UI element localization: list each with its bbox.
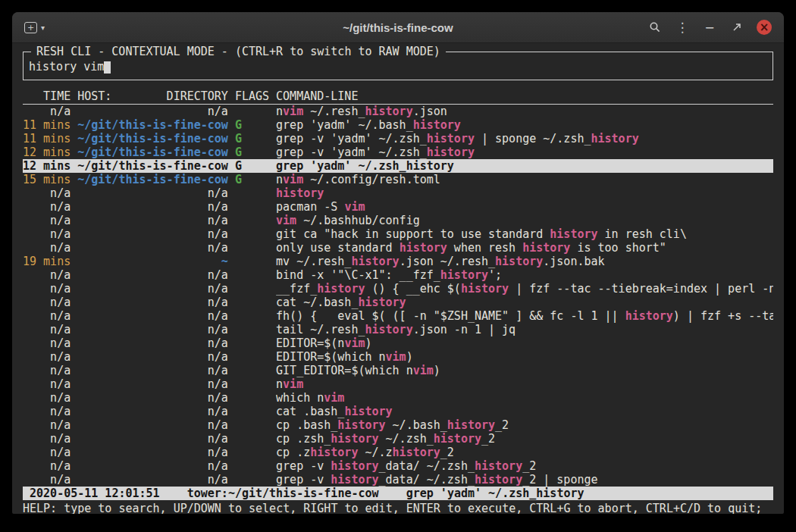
chevron-down-icon: ▾ [41,23,45,32]
row-flags [235,105,269,118]
history-row[interactable]: n/an/apacman -S vim [23,200,773,214]
row-host: n/a [77,227,228,241]
plus-glyph: + [27,23,34,32]
row-host: n/a [77,405,228,418]
history-row[interactable]: n/an/acp .zhistory ~/.zhistory_2 [23,446,773,459]
row-time: n/a [23,473,71,487]
row-time: n/a [23,432,71,446]
row-host: ~/git/this-is-fine-cow [77,159,228,173]
history-row[interactable]: 15 mins~/git/this-is-fine-cowGnvim ~/.co… [23,173,773,186]
row-flags [235,391,269,405]
row-command: grep -v 'yadm' ~/.zsh_history | sponge ~… [276,132,773,146]
history-row[interactable]: 12 mins~/git/this-is-fine-cowGgrep 'yadm… [23,159,773,173]
row-flags: G [235,132,269,146]
row-time: n/a [23,296,71,309]
row-command: cp .bash_history ~/.bash_history_2 [276,418,773,432]
status-location: tower:~/git/this-is-fine-cow [187,487,379,500]
row-flags [235,459,269,473]
new-tab-icon: + [24,22,37,33]
row-time: 12 mins [23,146,71,159]
history-row[interactable]: n/an/aonly use standard history when res… [23,241,773,255]
row-command: cp .zhistory ~/.zhistory_2 [276,446,773,459]
row-time: 11 mins [23,132,71,146]
history-row[interactable]: n/an/avim ~/.bashhub/config [23,214,773,227]
history-row[interactable]: 11 mins~/git/this-is-fine-cowGgrep 'yadm… [23,118,773,132]
row-flags [235,200,269,214]
history-row[interactable]: n/an/afh() { eval $( ([ -n "$ZSH_NAME" ]… [23,309,773,323]
history-row[interactable]: n/an/anvim ~/.resh_history.json [23,105,773,118]
minimize-button[interactable]: − [699,17,720,38]
history-row[interactable]: n/an/abind -x '"\C-x1": __fzf_history'; [23,268,773,282]
row-command: which nvim [276,391,773,405]
row-command: nvim ~/.resh_history.json [276,105,773,118]
row-host: n/a [77,296,228,309]
terminal-window: + ▾ ~/git/this-is-fine-cow ⋮ − [12,12,784,514]
row-flags [235,473,269,487]
row-host: n/a [77,364,228,377]
row-time: n/a [23,309,71,323]
row-time: n/a [23,364,71,377]
history-row[interactable]: n/an/acat .bash_history [23,405,773,418]
row-command: GIT_EDITOR=$(which nvim) [276,364,773,377]
row-host: n/a [77,459,228,473]
menu-button[interactable]: ⋮ [672,17,693,38]
row-command: tail ~/.resh_history.json -n 1 | jq [276,323,773,336]
row-host: ~/git/this-is-fine-cow [77,118,228,132]
restore-icon [732,22,742,33]
row-host: n/a [77,377,228,391]
row-command: nvim [276,377,773,391]
header-time: TIME [23,89,71,104]
row-flags: G [235,118,269,132]
row-time: n/a [23,336,71,350]
row-host: n/a [77,214,228,227]
history-row[interactable]: 12 mins~/git/this-is-fine-cowGgrep -v 'y… [23,146,773,159]
history-row[interactable]: n/an/aEDITOR=$(which nvim) [23,350,773,364]
row-host: n/a [77,309,228,323]
history-row[interactable]: n/an/acp .bash_history ~/.bash_history_2 [23,418,773,432]
row-flags [235,336,269,350]
history-row[interactable]: 11 mins~/git/this-is-fine-cowGgrep -v 'y… [23,132,773,146]
row-flags [235,282,269,296]
history-row[interactable]: n/an/anvim [23,377,773,391]
search-query: history vim [29,60,104,74]
row-command: grep 'yadm' ~/.bash_history [276,118,773,132]
row-command: fh() { eval $( ([ -n "$ZSH_NAME" ] && fc… [276,309,773,323]
row-time: 12 mins [23,159,71,173]
row-time: n/a [23,446,71,459]
row-flags [235,214,269,227]
row-flags: G [235,146,269,159]
row-flags [235,241,269,255]
history-row[interactable]: n/an/acp .zsh_history ~/.zsh_history_2 [23,432,773,446]
history-row[interactable]: n/an/atail ~/.resh_history.json -n 1 | j… [23,323,773,336]
row-time: n/a [23,323,71,336]
titlebar[interactable]: + ▾ ~/git/this-is-fine-cow ⋮ − [12,12,784,43]
row-flags [235,296,269,309]
row-host: ~/git/this-is-fine-cow [77,146,228,159]
row-flags: G [235,173,269,186]
history-row[interactable]: n/an/agrep -v history_data/ ~/.zsh_histo… [23,459,773,473]
history-row[interactable]: n/an/aEDITOR=$(nvim) [23,336,773,350]
history-row[interactable]: n/an/aGIT_EDITOR=$(which nvim) [23,364,773,377]
restore-button[interactable] [726,17,747,38]
row-flags [235,377,269,391]
row-command: only use standard history when resh hist… [276,241,773,255]
history-row[interactable]: n/an/ahistory [23,186,773,200]
history-row[interactable]: 19 mins~mv ~/.resh_history.json ~/.resh_… [23,255,773,268]
row-host: n/a [77,432,228,446]
row-host: n/a [77,391,228,405]
history-row[interactable]: n/an/agit ca "hack in support to use sta… [23,227,773,241]
search-icon [649,21,661,33]
new-tab-button[interactable]: + ▾ [24,17,45,38]
history-row[interactable]: n/an/a__fzf_history () { __ehc $(history… [23,282,773,296]
row-time: n/a [23,405,71,418]
row-flags [235,418,269,432]
history-row[interactable]: n/an/agrep -v history_data/ ~/.zsh_histo… [23,473,773,487]
history-row[interactable]: n/an/acat ~/.bash_history [23,296,773,309]
history-row[interactable]: n/an/awhich nvim [23,391,773,405]
status-command: grep 'yadm' ~/.zsh_history [406,487,584,500]
search-button[interactable] [644,17,666,38]
close-button[interactable]: × [754,17,775,38]
row-time: n/a [23,105,71,118]
row-time: n/a [23,214,71,227]
row-command: pacman -S vim [276,200,773,214]
